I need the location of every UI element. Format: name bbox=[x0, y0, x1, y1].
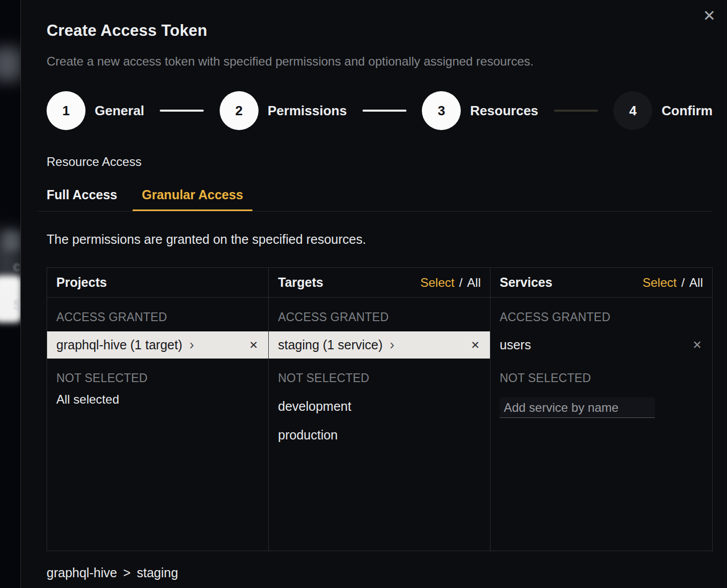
add-service-input[interactable] bbox=[500, 397, 655, 418]
page-backdrop: c S bbox=[0, 0, 20, 588]
resource-table: Projects Targets Select / All Services S… bbox=[47, 267, 713, 551]
step-general[interactable]: 1 General bbox=[47, 91, 144, 130]
target-option-development[interactable]: development bbox=[269, 398, 490, 414]
targets-header-label: Targets bbox=[278, 275, 323, 290]
granted-project-label: graphql-hive (1 target) bbox=[56, 338, 182, 352]
targets-column-header: Targets Select / All bbox=[269, 268, 490, 298]
all-selected-note: All selected bbox=[47, 392, 268, 407]
targets-select-all-link[interactable]: All bbox=[467, 276, 481, 290]
step-connector bbox=[160, 110, 204, 112]
resource-access-heading: Resource Access bbox=[47, 155, 713, 169]
projects-column-header: Projects bbox=[47, 268, 269, 298]
modal-subtitle: Create a new access token with specified… bbox=[47, 54, 713, 69]
granted-service-row[interactable]: users ✕ bbox=[490, 331, 712, 359]
services-select-all-link[interactable]: All bbox=[689, 276, 703, 290]
step-number: 3 bbox=[422, 91, 461, 130]
chevron-right-icon: › bbox=[189, 338, 194, 352]
targets-select-links: Select / All bbox=[420, 276, 481, 290]
access-granted-label: ACCESS GRANTED bbox=[490, 298, 712, 324]
access-granted-label: ACCESS GRANTED bbox=[269, 298, 490, 324]
close-button[interactable]: ✕ bbox=[700, 5, 719, 27]
breadcrumb-target: staging bbox=[137, 565, 178, 580]
chevron-right-icon: › bbox=[390, 338, 394, 352]
resource-access-description: The permissions are granted on the speci… bbox=[47, 232, 713, 247]
backdrop-blob bbox=[0, 47, 20, 81]
step-number: 1 bbox=[47, 91, 85, 130]
step-number: 2 bbox=[220, 91, 259, 130]
tab-full-access[interactable]: Full Access bbox=[37, 182, 126, 211]
step-resources[interactable]: 3 Resources bbox=[422, 91, 538, 130]
tab-granular-access[interactable]: Granular Access bbox=[133, 182, 252, 211]
projects-column-body: ACCESS GRANTED graphql-hive (1 target) ›… bbox=[47, 298, 269, 551]
backdrop-text-fragment: S bbox=[13, 297, 20, 313]
step-label: Confirm bbox=[661, 103, 713, 119]
link-separator: / bbox=[459, 276, 463, 290]
services-select-link[interactable]: Select bbox=[643, 276, 677, 290]
targets-column-body: ACCESS GRANTED staging (1 service) › ✕ N… bbox=[269, 298, 490, 551]
not-selected-label: NOT SELECTED bbox=[269, 359, 490, 385]
targets-select-link[interactable]: Select bbox=[420, 276, 455, 290]
step-label: General bbox=[95, 103, 144, 119]
step-number: 4 bbox=[613, 91, 652, 130]
not-selected-label: NOT SELECTED bbox=[47, 359, 268, 385]
remove-icon: ✕ bbox=[249, 339, 258, 351]
services-column-body: ACCESS GRANTED users ✕ NOT SELECTED bbox=[490, 298, 712, 551]
not-selected-label: NOT SELECTED bbox=[490, 359, 712, 385]
remove-project-button[interactable]: ✕ bbox=[248, 338, 259, 352]
projects-header-label: Projects bbox=[56, 275, 107, 290]
target-option-production[interactable]: production bbox=[269, 427, 490, 443]
services-column-header: Services Select / All bbox=[490, 268, 712, 298]
step-permissions[interactable]: 2 Permissions bbox=[220, 91, 347, 130]
stepper: 1 General 2 Permissions 3 Resources 4 Co… bbox=[47, 91, 713, 130]
breadcrumb-separator: > bbox=[123, 565, 131, 580]
remove-icon: ✕ bbox=[471, 339, 480, 351]
step-connector bbox=[362, 110, 407, 112]
remove-service-button[interactable]: ✕ bbox=[692, 338, 703, 353]
services-header-label: Services bbox=[500, 275, 552, 290]
granted-target-label: staging (1 service) bbox=[278, 338, 382, 352]
remove-icon: ✕ bbox=[693, 339, 702, 351]
tabs: Full Access Granular Access bbox=[37, 182, 713, 212]
remove-target-button[interactable]: ✕ bbox=[469, 338, 481, 352]
step-connector bbox=[554, 110, 598, 112]
step-label: Permissions bbox=[268, 103, 347, 119]
granted-target-row[interactable]: staging (1 service) › ✕ bbox=[269, 331, 490, 359]
close-icon: ✕ bbox=[703, 7, 716, 24]
create-access-token-modal: ✕ Create Access Token Create a new acces… bbox=[20, 0, 727, 588]
link-separator: / bbox=[681, 276, 685, 290]
services-select-links: Select / All bbox=[643, 276, 703, 290]
access-granted-label: ACCESS GRANTED bbox=[47, 298, 268, 324]
screen: c S ✕ Create Access Token Create a new a… bbox=[0, 0, 727, 588]
modal-title: Create Access Token bbox=[47, 22, 713, 40]
breadcrumb-project: graphql-hive bbox=[47, 565, 117, 580]
step-label: Resources bbox=[470, 103, 538, 119]
breadcrumb: graphql-hive > staging bbox=[47, 565, 713, 580]
granted-service-label: users bbox=[500, 338, 531, 352]
granted-project-row[interactable]: graphql-hive (1 target) › ✕ bbox=[47, 331, 268, 359]
step-confirm[interactable]: 4 Confirm bbox=[613, 91, 713, 130]
backdrop-text-fragment: c bbox=[13, 259, 20, 275]
